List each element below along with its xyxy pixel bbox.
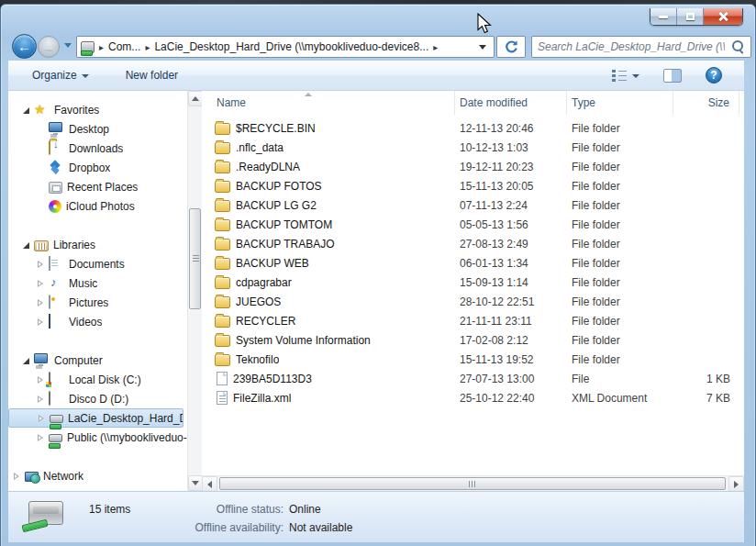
caption-buttons <box>650 8 743 26</box>
search-input[interactable] <box>532 38 730 56</box>
file-type: File folder <box>567 315 673 328</box>
sidebar-item-recent-places[interactable]: Recent Places <box>8 177 187 196</box>
column-label: Name <box>217 96 246 109</box>
expand-icon[interactable] <box>36 318 45 327</box>
sidebar-item-music[interactable]: ♪ Music <box>8 273 187 293</box>
file-type: File folder <box>567 180 673 193</box>
sidebar-scrollbar[interactable] <box>187 91 202 491</box>
change-view-button[interactable] <box>604 65 647 85</box>
sidebar-item-public-share[interactable]: Public (\\mybookliveduo-d <box>8 428 187 447</box>
forward-button[interactable]: → <box>38 36 60 58</box>
minimize-icon <box>659 16 668 18</box>
libraries-icon <box>34 240 49 251</box>
recent-pages-dropdown-icon[interactable] <box>64 43 72 48</box>
file-date: 17-02-08 2:12 <box>455 334 567 347</box>
xml-file-icon <box>217 391 228 405</box>
folder-icon <box>215 258 230 270</box>
address-bar[interactable]: ▸ Com... ▸ LaCie_Desktop_Hard_Drive (\\m… <box>76 36 495 58</box>
sidebar-section-libraries[interactable]: Libraries <box>8 235 187 254</box>
collapse-icon[interactable] <box>21 356 30 365</box>
refresh-button[interactable] <box>496 36 526 58</box>
table-row[interactable]: BACKUP FOTOS 15-11-13 20:05 File folder <box>202 176 744 195</box>
file-name: BACKUP LG G2 <box>236 199 317 212</box>
file-list-horizontal-scrollbar[interactable] <box>202 475 744 491</box>
table-row[interactable]: System Volume Information 17-02-08 2:12 … <box>202 330 744 350</box>
collapse-icon[interactable] <box>21 106 30 115</box>
file-list-pane: Name Date modified Type Size $RECYCLE.BI… <box>202 91 744 491</box>
section-gap <box>8 216 187 235</box>
maximize-button[interactable] <box>677 8 704 25</box>
table-row[interactable]: BACKUP TRABAJO 27-08-13 2:49 File folder <box>202 234 744 253</box>
back-button[interactable]: ← <box>12 34 37 59</box>
sidebar-item-local-disk-c[interactable]: Local Disk (C:) <box>8 370 187 389</box>
table-row[interactable]: BACKUP LG G2 07-11-13 2:24 File folder <box>202 195 744 215</box>
table-row[interactable]: .ReadyDLNA 19-12-11 20:23 File folder <box>202 157 744 176</box>
sidebar-item-disco-d[interactable]: Disco D (D:) <box>8 389 187 408</box>
file-date: 07-11-13 2:24 <box>455 199 567 212</box>
search-icon[interactable] <box>730 39 745 54</box>
file-name: BACKUP TRABAJO <box>236 238 335 251</box>
table-row[interactable]: BACKUP WEB 06-01-13 1:34 File folder <box>202 253 744 273</box>
sidebar-item-lacie-drive[interactable]: LaCie_Desktop_Hard_Drive <box>8 408 183 428</box>
sidebar-label: Network <box>43 470 83 483</box>
table-row[interactable]: RECYCLER 21-11-11 23:11 File folder <box>202 311 744 330</box>
organize-button[interactable]: Organize <box>25 65 96 85</box>
expand-icon[interactable] <box>12 472 21 481</box>
sidebar-item-documents[interactable]: Documents <box>8 254 187 273</box>
expand-icon[interactable] <box>36 375 45 384</box>
breadcrumb-segment-computer[interactable]: Com... <box>108 40 140 53</box>
sidebar-item-videos[interactable]: Videos <box>8 312 187 331</box>
table-row[interactable]: cdpagrabar 15-09-13 1:14 File folder <box>202 273 744 292</box>
toolbar-right-group: ? <box>604 63 729 87</box>
sidebar-item-dropbox[interactable]: Dropbox <box>8 158 187 177</box>
sidebar-label: Downloads <box>69 142 123 155</box>
expand-icon[interactable] <box>36 433 45 442</box>
table-row[interactable]: .nflc_data 10-12-13 1:03 File folder <box>202 138 744 157</box>
new-folder-label: New folder <box>126 69 178 82</box>
help-button[interactable]: ? <box>698 63 729 87</box>
file-date: 27-08-13 2:49 <box>455 238 567 251</box>
folder-icon <box>215 142 230 154</box>
file-name: 239BA5D113D3 <box>233 373 312 385</box>
column-header-size[interactable]: Size <box>673 91 739 115</box>
table-row[interactable]: $RECYCLE.BIN 12-11-13 20:46 File folder <box>202 118 744 138</box>
preview-pane-button[interactable] <box>656 65 689 86</box>
scrollbar-thumb[interactable] <box>219 477 726 490</box>
address-dropdown-icon[interactable] <box>479 45 486 50</box>
expand-icon[interactable] <box>36 279 45 288</box>
sidebar-label: Recent Places <box>67 181 138 194</box>
column-header-type[interactable]: Type <box>567 91 673 115</box>
scrollbar-thumb[interactable] <box>189 208 201 309</box>
column-header-date-modified[interactable]: Date modified <box>455 91 567 115</box>
sidebar-item-downloads[interactable]: Downloads <box>8 139 187 158</box>
table-row[interactable]: Teknofilo 15-11-13 19:52 File folder <box>202 350 744 369</box>
expand-icon[interactable] <box>37 414 46 423</box>
sidebar-section-favorites[interactable]: ★ Favorites <box>8 100 187 119</box>
sidebar-item-icloud-photos[interactable]: iCloud Photos <box>8 196 187 216</box>
column-header-name[interactable]: Name <box>202 91 455 115</box>
file-date: 15-09-13 1:14 <box>455 276 567 289</box>
table-row[interactable]: 239BA5D113D3 27-07-13 13:00 File 1 KB <box>202 369 744 388</box>
preview-pane-icon <box>663 69 682 83</box>
expand-icon[interactable] <box>36 395 45 404</box>
expand-icon[interactable] <box>36 260 45 269</box>
scroll-up-button[interactable] <box>188 91 203 106</box>
sidebar-section-network[interactable]: Network <box>8 466 187 485</box>
sidebar-item-desktop[interactable]: Desktop <box>8 119 187 139</box>
sidebar-section-computer[interactable]: Computer <box>8 351 187 370</box>
breadcrumb-segment-drive[interactable]: LaCie_Desktop_Hard_Drive (\\mybooklivedu… <box>154 40 428 53</box>
sidebar-label: Dropbox <box>69 162 110 174</box>
file-type: File folder <box>567 257 673 270</box>
minimize-button[interactable] <box>650 8 677 25</box>
sidebar-item-pictures[interactable]: Pictures <box>8 293 187 312</box>
scroll-down-button[interactable] <box>188 475 203 491</box>
scroll-left-button[interactable] <box>202 476 217 492</box>
collapse-icon[interactable] <box>21 240 30 250</box>
new-folder-button[interactable]: New folder <box>118 65 185 85</box>
table-row[interactable]: JUEGOS 28-10-12 22:51 File folder <box>202 292 744 311</box>
close-button[interactable] <box>704 8 742 25</box>
expand-icon[interactable] <box>36 298 45 307</box>
scroll-right-button[interactable] <box>728 476 744 492</box>
table-row[interactable]: FileZilla.xml 25-10-12 22:40 XML Documen… <box>202 388 744 407</box>
table-row[interactable]: BACKUP TOMTOM 05-05-13 1:56 File folder <box>202 215 744 234</box>
